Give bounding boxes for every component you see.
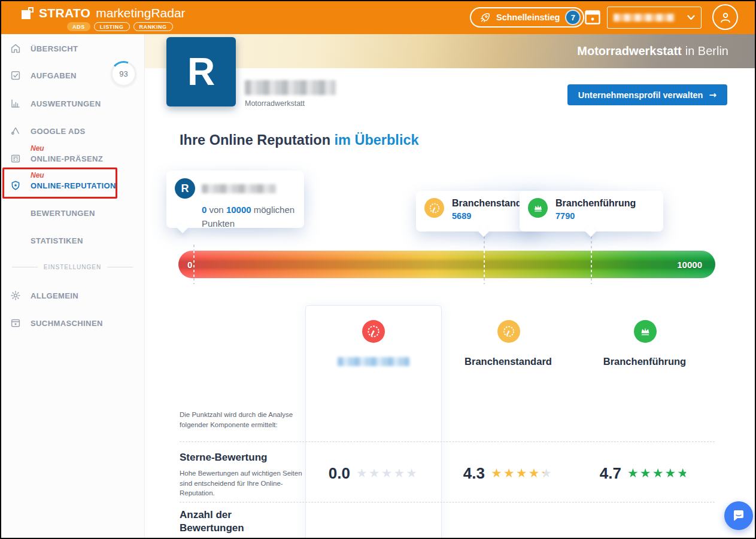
quickstart-label: Schnelleinstieg (496, 13, 560, 22)
rocket-icon (479, 12, 491, 23)
stars-row-title: Sterne-Bewertung (180, 451, 267, 464)
leader-value: 7790 (555, 211, 636, 221)
sidebar-label: ONLINE-REPUTATION (31, 181, 116, 190)
standard-gauge-icon (497, 320, 520, 343)
user-column-name-redacted (338, 357, 409, 366)
business-name-redacted (245, 80, 336, 95)
app-switcher-icon[interactable] (585, 10, 600, 25)
gear-icon (10, 290, 21, 301)
app-window: STRATO marketingRadar ADS LISTING RANKIN… (0, 0, 756, 539)
sidebar-nav: ÜBERSICHT AUFGABEN 93 AUSWERTUNGEN GOOGL… (1, 34, 145, 539)
browser-window-icon (10, 318, 21, 328)
dashed-divider (180, 502, 715, 503)
account-selector[interactable] (607, 7, 702, 29)
main-content: Motorradwerkstattin Berlin R Motorradwer… (145, 34, 756, 539)
star-rating-icons: ★★★★★ (491, 466, 553, 480)
shield-star-icon (10, 180, 21, 191)
manage-profile-button[interactable]: Unternehmensprofil verwalten→ (567, 84, 727, 105)
sidebar-item-allgemein[interactable]: ALLGEMEIN (1, 285, 144, 306)
sidebar-item-suchmaschinen[interactable]: SUCHMASCHINEN (1, 313, 144, 333)
sidebar-label: BEWERTUNGEN (31, 209, 95, 218)
product-name: marketingRadar (96, 6, 185, 20)
strato-logo-icon (22, 7, 34, 19)
sidebar-label: ONLINE-PRÄSENZ (31, 154, 103, 163)
location-banner: Motorradwerkstattin Berlin (145, 34, 756, 68)
business-avatar-tile: R (166, 37, 236, 106)
bar-min-label: 0 (187, 251, 192, 278)
account-name-redacted (614, 14, 675, 22)
google-ads-icon (10, 126, 21, 136)
user-gauge-icon (362, 320, 385, 343)
bar-chart-icon (10, 98, 21, 109)
gauge-coin-icon (424, 198, 444, 218)
user-rating-cell: 0.0 ★★★★★ (305, 460, 442, 486)
chat-launcher-button[interactable] (724, 501, 753, 530)
leader-rating-cell: 4.7 ★★★★★ (579, 460, 711, 486)
aufgaben-count-badge: 93 (111, 61, 136, 87)
leader-column-header: Branchenführung (579, 356, 711, 367)
badge-ranking: RANKING (133, 22, 173, 31)
chat-bubble-icon (731, 508, 746, 523)
arrow-right-icon: → (709, 90, 716, 101)
sidebar-item-uebersicht[interactable]: ÜBERSICHT (1, 38, 144, 59)
sidebar-item-bewertungen[interactable]: BEWERTUNGEN (1, 203, 144, 223)
quickstart-count-badge: 7 (565, 10, 581, 25)
sidebar-item-statistiken[interactable]: STATISTIKEN (1, 230, 144, 251)
sidebar-label: ÜBERSICHT (31, 44, 78, 53)
page-title: Ihre Online Reputation im Überblick (180, 132, 419, 148)
sidebar-label: GOOGLE ADS (31, 127, 86, 136)
location-banner-title: Motorradwerkstattin Berlin (577, 34, 728, 68)
settings-section-divider: EINSTELLUNGEN (1, 264, 144, 270)
strato-logo[interactable]: STRATO marketingRadar (22, 6, 186, 20)
sidebar-item-google-ads[interactable]: GOOGLE ADS (1, 121, 144, 141)
sidebar-label: SUCHMASCHINEN (31, 319, 103, 328)
crown-icon (528, 198, 548, 218)
user-avatar-button[interactable] (712, 4, 738, 30)
home-icon (10, 43, 21, 54)
top-header-bar: STRATO marketingRadar ADS LISTING RANKIN… (1, 1, 755, 34)
star-rating-icons: ★★★★★ (627, 466, 690, 480)
sidebar-item-online-reputation[interactable]: ONLINE-REPUTATION (1, 175, 144, 196)
user-name-redacted (202, 184, 276, 193)
table-intro-text: Die Punktzahl wird durch die Analyse fol… (180, 410, 304, 430)
leader-label: Branchenführung (555, 198, 636, 209)
tasks-icon (10, 70, 21, 81)
standard-rating-cell: 4.3 ★★★★★ (442, 460, 574, 486)
badge-ads: ADS (67, 22, 90, 31)
sidebar-item-auswertungen[interactable]: AUSWERTUNGEN (1, 93, 144, 114)
newspaper-icon (10, 153, 21, 164)
person-icon (719, 11, 732, 24)
count-row-title: Anzahl der Bewertungen (180, 508, 269, 535)
leader-crown-icon (634, 320, 657, 343)
star-rating-icons: ★★★★★ (356, 466, 418, 480)
sidebar-label: AUFGABEN (31, 71, 77, 80)
badge-listing: LISTING (94, 22, 130, 31)
dashed-divider (180, 441, 715, 442)
chevron-down-icon (687, 15, 695, 20)
product-badges: ADS LISTING RANKING (67, 22, 173, 31)
standard-column-header: Branchenstandard (442, 356, 574, 367)
reputation-score-bar: 0 10000 (178, 251, 715, 278)
business-category: Motorradwerkstatt (245, 99, 305, 108)
sidebar-label: ALLGEMEIN (31, 291, 78, 300)
bar-max-label: 10000 (677, 251, 702, 278)
sidebar-item-online-praesenz[interactable]: ONLINE-PRÄSENZ (1, 148, 144, 169)
brand-name: STRATO (39, 6, 90, 20)
sidebar-label: STATISTIKEN (31, 236, 83, 245)
user-avatar-small: R (175, 178, 195, 199)
stars-row-description: Hohe Bewertungen auf wichtigen Seiten si… (180, 468, 306, 498)
user-score-tooltip: R 0 von 10000 möglichen Punkten (166, 170, 304, 228)
sidebar-label: AUSWERTUNGEN (31, 99, 101, 108)
user-score-text: 0 von 10000 möglichen Punkten (202, 203, 296, 231)
leader-tooltip: Branchenführung 7790 (520, 191, 663, 232)
quickstart-button[interactable]: Schnelleinstieg 7 (470, 7, 584, 28)
